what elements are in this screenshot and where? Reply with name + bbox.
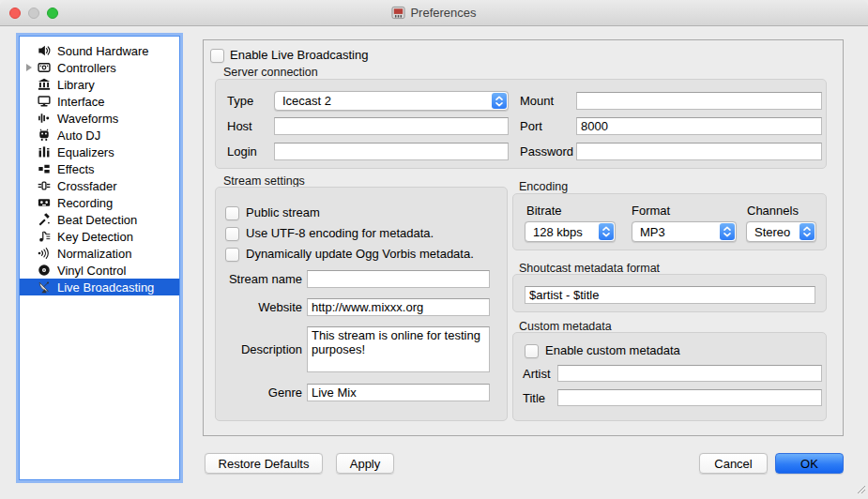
sidebar-item-key-detection[interactable]: Key Detection (20, 228, 179, 245)
title-bar[interactable]: Preferences (0, 0, 868, 26)
sidebar-item-library[interactable]: Library (20, 76, 179, 93)
sidebar-item-label: Interface (57, 95, 105, 109)
window-title: Preferences (410, 6, 476, 20)
controller-icon (38, 61, 57, 74)
bitrate-label: Bitrate (526, 204, 562, 218)
sidebar-item-beat-detection[interactable]: Beat Detection (20, 211, 179, 228)
port-input[interactable] (576, 117, 822, 135)
custom-title-input[interactable] (557, 389, 822, 406)
port-label: Port (520, 120, 542, 133)
mount-input[interactable] (576, 92, 822, 110)
sound-waves-icon (38, 247, 57, 260)
sidebar-item-interface[interactable]: Interface (20, 93, 179, 110)
utf8-metadata-label: Use UTF-8 encoding for metadata. (246, 227, 434, 240)
sidebar-item-label: Equalizers (57, 145, 114, 159)
music-note-icon (38, 230, 57, 243)
cassette-icon (38, 196, 57, 209)
preferences-window: { "window": { "title": "Preferences" }, … (0, 0, 868, 499)
public-stream-label: Public stream (246, 206, 320, 219)
mount-label: Mount (520, 95, 554, 108)
enable-live-broadcasting-checkbox[interactable] (210, 49, 224, 63)
sidebar-item-vinyl-control[interactable]: Vinyl Control (20, 262, 179, 279)
sidebar-item-equalizers[interactable]: Equalizers (20, 144, 179, 160)
sidebar-item-crossfader[interactable]: Crossfader (20, 177, 179, 194)
sidebar-item-label: Waveforms (57, 112, 118, 126)
type-dropdown-value: Icecast 2 (282, 92, 331, 110)
apply-button[interactable]: Apply (336, 453, 394, 474)
sidebar-item-normalization[interactable]: Normalization (20, 245, 179, 262)
login-input[interactable] (274, 143, 509, 160)
description-textarea[interactable]: This stream is online for testing purpos… (307, 326, 490, 372)
sidebar-item-recording[interactable]: Recording (20, 194, 179, 211)
type-dropdown[interactable]: Icecast 2 (274, 91, 509, 111)
cancel-button[interactable]: Cancel (699, 453, 768, 474)
enable-live-broadcasting-label: Enable Live Broadcasting (230, 49, 368, 62)
encoding-group: Bitrate Format Channels 128 kbps MP3 Ste… (512, 193, 827, 250)
stream-settings-group-title: Stream settings (223, 174, 305, 188)
sidebar-item-label: Beat Detection (57, 213, 137, 227)
login-label: Login (227, 145, 257, 159)
sidebar-item-label: Normalization (57, 247, 131, 261)
format-dropdown-value: MP3 (640, 222, 665, 241)
library-icon (38, 78, 57, 91)
monitor-icon (38, 95, 57, 108)
bitrate-dropdown[interactable]: 128 kbps (525, 221, 616, 242)
shoutcast-group (512, 274, 827, 312)
dropdown-stepper-icon (599, 223, 614, 240)
channels-dropdown[interactable]: Stereo (746, 221, 816, 242)
custom-artist-input[interactable] (557, 365, 822, 382)
format-label: Format (632, 204, 670, 218)
password-input[interactable] (576, 143, 822, 160)
genre-input[interactable] (307, 384, 490, 401)
disclosure-triangle-icon[interactable] (26, 64, 32, 71)
server-connection-group: Type Icecast 2 Mount Host Port Login Pas… (215, 79, 827, 169)
sidebar-item-label: Sound Hardware (57, 44, 149, 58)
preferences-icon (391, 6, 405, 20)
sidebar-item-controllers[interactable]: Controllers (20, 59, 179, 76)
custom-title-label: Title (523, 392, 545, 405)
sidebar-item-label: Key Detection (57, 230, 133, 244)
dropdown-stepper-icon (492, 93, 507, 109)
sidebar-item-auto-dj[interactable]: Auto DJ (20, 127, 179, 144)
channels-dropdown-value: Stereo (754, 222, 790, 241)
restore-defaults-button[interactable]: Restore Defaults (205, 453, 323, 474)
sidebar-item-label: Controllers (57, 61, 116, 75)
resize-grip[interactable] (857, 483, 866, 497)
effects-icon (38, 162, 57, 175)
utf8-metadata-checkbox[interactable] (225, 227, 239, 241)
sidebar-item-label: Crossfader (57, 179, 117, 193)
robot-icon (38, 129, 57, 142)
format-dropdown[interactable]: MP3 (632, 221, 737, 242)
encoding-group-title: Encoding (519, 180, 568, 193)
password-label: Password (520, 145, 573, 159)
description-label: Description (216, 343, 302, 356)
ok-button[interactable]: OK (775, 453, 844, 474)
ogg-vorbis-metadata-label: Dynamically update Ogg Vorbis metadata. (246, 248, 474, 261)
enable-custom-metadata-checkbox[interactable] (525, 344, 539, 358)
public-stream-checkbox[interactable] (225, 206, 239, 220)
website-input[interactable] (307, 298, 490, 316)
stream-settings-group: Public stream Use UTF-8 encoding for met… (215, 187, 508, 421)
custom-artist-label: Artist (523, 368, 551, 381)
shoutcast-format-input[interactable] (525, 286, 815, 304)
sidebar-item-sound-hardware[interactable]: Sound Hardware (20, 42, 179, 59)
channels-label: Channels (747, 204, 799, 218)
custom-metadata-group-title: Custom metadata (519, 320, 612, 333)
sidebar-item-label: Library (57, 78, 95, 92)
shoutcast-group-title: Shoutcast metadata format (519, 262, 660, 275)
sidebar-item-waveforms[interactable]: Waveforms (20, 110, 179, 127)
custom-metadata-group: Enable custom metadata Artist Title (512, 332, 827, 421)
dropdown-stepper-icon (799, 223, 815, 240)
dropdown-stepper-icon (720, 223, 735, 240)
live-broadcasting-panel: Enable Live Broadcasting Server connecti… (203, 39, 844, 436)
host-input[interactable] (274, 117, 509, 135)
sidebar-item-effects[interactable]: Effects (20, 160, 179, 177)
stream-name-input[interactable] (307, 270, 490, 288)
ogg-vorbis-metadata-checkbox[interactable] (225, 248, 239, 262)
hammer-icon (38, 213, 57, 226)
crossfader-icon (38, 179, 57, 192)
preferences-sidebar: Sound Hardware Controllers Library (19, 36, 180, 480)
vinyl-icon (38, 264, 57, 277)
sidebar-item-label: Live Broadcasting (57, 280, 154, 295)
sidebar-item-live-broadcasting[interactable]: Live Broadcasting (20, 279, 179, 295)
